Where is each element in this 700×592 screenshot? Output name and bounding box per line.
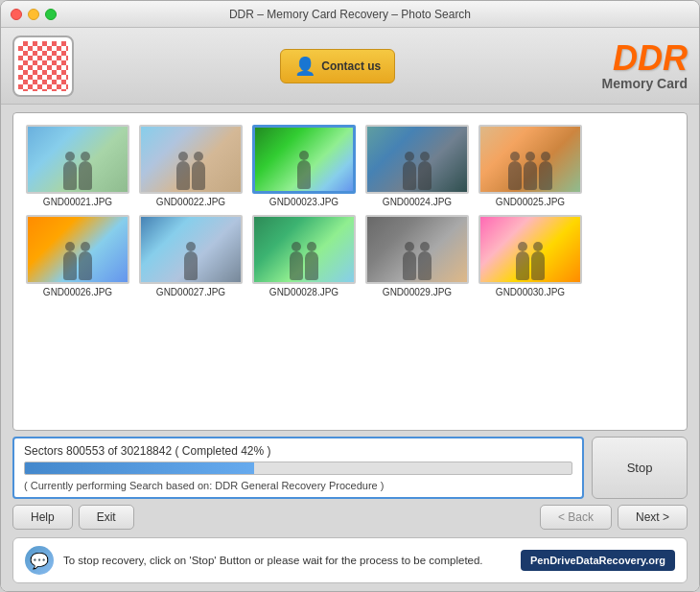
people-overlay	[480, 127, 580, 192]
photo-item[interactable]: GND00028.JPG	[251, 215, 357, 297]
main-content: GND00021.JPGGND00022.JPGGND00023.JPGGND0…	[1, 105, 699, 591]
photo-thumbnail	[478, 125, 582, 194]
photo-filename: GND00026.JPG	[43, 287, 112, 297]
people-overlay	[480, 217, 580, 282]
nav-buttons: Help Exit < Back Next >	[12, 505, 688, 530]
traffic-lights	[11, 9, 57, 20]
people-overlay	[367, 217, 467, 282]
info-bar: 💬 To stop recovery, click on 'Stop' Butt…	[12, 537, 688, 583]
photo-filename: GND00027.JPG	[156, 287, 225, 297]
main-window: DDR – Memory Card Recovery – Photo Searc…	[0, 0, 700, 592]
people-overlay	[28, 127, 128, 192]
close-button[interactable]	[11, 9, 22, 20]
progress-bar-container	[24, 462, 572, 475]
info-icon: 💬	[25, 546, 54, 575]
help-button[interactable]: Help	[12, 505, 73, 530]
next-button[interactable]: Next >	[618, 505, 688, 530]
window-title: DDR – Memory Card Recovery – Photo Searc…	[229, 8, 471, 21]
progress-box: Sectors 800553 of 30218842 ( Completed 4…	[12, 437, 584, 499]
progress-sub-text: ( Currently performing Search based on: …	[24, 480, 572, 491]
people-overlay	[367, 127, 467, 192]
photo-thumbnail	[26, 125, 129, 194]
photo-filename: GND00024.JPG	[383, 197, 452, 207]
photo-filename: GND00022.JPG	[156, 197, 225, 207]
contact-button[interactable]: 👤 Contact us	[280, 49, 395, 83]
photo-item[interactable]: GND00023.JPG	[251, 125, 357, 207]
progress-section: Sectors 800553 of 30218842 ( Completed 4…	[12, 437, 688, 499]
people-overlay	[255, 128, 353, 191]
photo-thumbnail	[252, 215, 356, 284]
people-overlay	[141, 217, 241, 282]
photo-item[interactable]: GND00022.JPG	[138, 125, 244, 207]
photo-thumbnail	[252, 125, 356, 194]
photo-panel: GND00021.JPGGND00022.JPGGND00023.JPGGND0…	[12, 112, 688, 431]
checkerboard-icon	[18, 41, 68, 91]
brand-ddr-text: DDR	[602, 41, 688, 76]
header: 👤 Contact us DDR Memory Card	[1, 28, 699, 105]
brand-sub-text: Memory Card	[602, 76, 688, 91]
app-logo	[12, 36, 74, 97]
progress-bar-fill	[25, 462, 254, 474]
stop-button[interactable]: Stop	[592, 437, 688, 499]
photo-filename: GND00023.JPG	[269, 197, 338, 207]
photo-item[interactable]: GND00029.JPG	[364, 215, 470, 297]
people-overlay	[254, 217, 354, 282]
photo-filename: GND00030.JPG	[496, 287, 565, 297]
brand: DDR Memory Card	[602, 41, 688, 91]
exit-button[interactable]: Exit	[79, 505, 134, 530]
photo-item[interactable]: GND00026.JPG	[25, 215, 130, 297]
photo-item[interactable]: GND00025.JPG	[478, 125, 583, 207]
photo-item[interactable]: GND00024.JPG	[364, 125, 470, 207]
photo-filename: GND00021.JPG	[43, 197, 112, 207]
photo-item[interactable]: GND00030.JPG	[478, 215, 583, 297]
contact-label: Contact us	[321, 59, 381, 73]
photo-thumbnail	[365, 125, 469, 194]
photo-item[interactable]: GND00021.JPG	[25, 125, 130, 207]
photo-filename: GND00028.JPG	[269, 287, 338, 297]
photo-filename: GND00025.JPG	[496, 197, 565, 207]
people-overlay	[28, 217, 128, 282]
info-message: To stop recovery, click on 'Stop' Button…	[63, 555, 511, 566]
photo-thumbnail	[139, 215, 243, 284]
photo-thumbnail	[26, 215, 129, 284]
photo-item[interactable]: GND00027.JPG	[138, 215, 244, 297]
nav-spacer	[140, 505, 534, 530]
website-badge: PenDriveDataRecovery.org	[521, 550, 675, 571]
progress-main-text: Sectors 800553 of 30218842 ( Completed 4…	[24, 444, 572, 458]
minimize-button[interactable]	[28, 9, 39, 20]
photo-grid: GND00021.JPGGND00022.JPGGND00023.JPGGND0…	[13, 113, 687, 430]
title-bar: DDR – Memory Card Recovery – Photo Searc…	[1, 1, 699, 28]
back-button[interactable]: < Back	[540, 505, 612, 530]
photo-filename: GND00029.JPG	[383, 287, 452, 297]
people-overlay	[141, 127, 241, 192]
photo-thumbnail	[139, 125, 243, 194]
maximize-button[interactable]	[45, 9, 57, 20]
photo-thumbnail	[478, 215, 582, 284]
person-icon: 👤	[294, 56, 315, 77]
photo-thumbnail	[365, 215, 469, 284]
